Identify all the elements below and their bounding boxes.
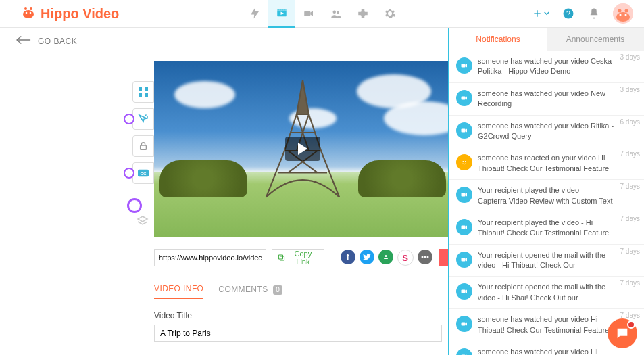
svg-point-39 [462, 161, 464, 162]
chat-fab[interactable] [608, 318, 637, 348]
hippo-icon [20, 5, 36, 23]
svg-rect-45 [462, 323, 466, 326]
notification-item[interactable]: someone has watched your video Ritika - … [449, 116, 644, 148]
notification-item[interactable]: Your recipient opened the mail with the … [449, 277, 644, 309]
video-icon [456, 283, 472, 300]
notification-time: 7 days [620, 183, 640, 190]
share-icons: f S [341, 250, 432, 266]
video-icon [456, 187, 472, 203]
svg-point-12 [332, 11, 336, 14]
svg-rect-35 [462, 64, 466, 68]
tab-video-info[interactable]: VIDEO INFO [154, 284, 203, 299]
reaction-icon [456, 154, 472, 170]
video-icon [456, 348, 472, 355]
svg-rect-23 [145, 87, 148, 91]
goback-label: GO BACK [38, 37, 77, 46]
video-icon [456, 122, 472, 139]
nav-integrations[interactable] [349, 0, 376, 27]
share-slack[interactable]: S [397, 250, 414, 266]
right-nav: ? [532, 3, 633, 24]
video-url-input[interactable] [154, 249, 266, 266]
tool-cc[interactable]: CC [132, 162, 154, 184]
notification-item[interactable]: Your recipient played the video - Hi Thi… [449, 212, 644, 245]
svg-rect-47 [619, 331, 625, 331]
nav-contacts[interactable] [322, 0, 349, 27]
video-title-input[interactable] [154, 325, 442, 342]
svg-rect-44 [462, 290, 466, 293]
avatar[interactable] [613, 3, 633, 24]
video-icon [456, 90, 472, 106]
play-button[interactable] [285, 137, 320, 161]
notification-text: someone has watched your video Hi Thibau… [478, 314, 614, 335]
tool-interact[interactable] [132, 108, 154, 130]
share-facebook[interactable]: f [341, 250, 355, 264]
svg-point-21 [625, 9, 628, 13]
svg-point-34 [426, 256, 428, 258]
notification-text: Your recipient opened the mail with the … [478, 282, 614, 303]
svg-point-38 [460, 159, 468, 167]
comments-count-badge: 0 [273, 285, 282, 295]
svg-text:?: ? [566, 9, 570, 18]
cloud-icon [174, 81, 235, 108]
svg-rect-48 [619, 333, 623, 333]
notification-time: 7 days [620, 150, 640, 158]
info-tabs: VIDEO INFO COMMENTS 0 [154, 284, 451, 299]
notif-tabs: Notifications Announcements [449, 28, 644, 51]
notification-time: 6 days [620, 118, 640, 126]
share-twitter[interactable] [360, 250, 374, 264]
notification-text: someone has watched your video Ritika - … [478, 121, 614, 142]
notification-item[interactable]: Your recipient opened the mail with the … [449, 245, 644, 277]
tool-lock[interactable] [132, 135, 154, 157]
trees-icon [358, 160, 446, 197]
notification-item[interactable]: someone has watched your video New Recor… [449, 83, 644, 116]
notification-text: Your recipient played the video - Hi Thi… [478, 218, 614, 239]
svg-rect-10 [284, 10, 285, 11]
svg-rect-11 [304, 11, 310, 16]
notification-item[interactable]: Your recipient played the video - Capter… [449, 180, 644, 212]
logo[interactable]: Hippo Video [20, 5, 119, 23]
tab-announcements[interactable]: Announcements [547, 28, 644, 51]
notification-item[interactable]: someone has watched your video Ceska Pol… [449, 51, 644, 83]
copy-link-button[interactable]: Copy Link [272, 249, 324, 266]
help-icon[interactable]: ? [562, 7, 575, 20]
share-classroom[interactable] [378, 250, 393, 264]
notification-time: 7 days [620, 279, 640, 287]
nav-videos[interactable] [268, 0, 295, 28]
notification-text: someone has watched your video Ceska Pol… [478, 56, 614, 77]
svg-rect-9 [282, 10, 283, 11]
tab-notifications[interactable]: Notifications [449, 28, 547, 51]
svg-point-18 [620, 14, 622, 16]
top-bar: Hippo Video ? [0, 0, 644, 28]
notification-item[interactable]: someone has reacted on your video Hi Thi… [449, 147, 644, 180]
notification-time: 3 days [620, 53, 640, 61]
nav-record[interactable] [295, 0, 322, 27]
svg-rect-25 [145, 93, 148, 97]
svg-point-2 [23, 10, 34, 18]
logo-text: Hippo Video [41, 6, 119, 22]
video-icon [456, 252, 472, 268]
notification-text: Your recipient opened the mail with the … [478, 250, 614, 271]
back-arrow-icon [16, 35, 31, 47]
nav-settings[interactable] [376, 0, 403, 27]
svg-point-13 [337, 11, 339, 14]
marker-dot-icon [124, 114, 134, 124]
new-menu[interactable] [532, 8, 549, 19]
svg-point-0 [24, 7, 27, 10]
notification-text: someone has watched your video New Recor… [478, 89, 614, 110]
tool-layers[interactable] [132, 211, 153, 231]
share-more[interactable] [418, 250, 432, 264]
nav-quickstart[interactable] [241, 0, 268, 27]
video-stage[interactable] [154, 61, 451, 237]
svg-rect-36 [462, 96, 466, 99]
tab-comments[interactable]: COMMENTS 0 [218, 285, 282, 299]
svg-point-40 [465, 161, 466, 162]
notification-text: someone has watched your video Hi Shai! … [478, 347, 614, 355]
notif-list[interactable]: someone has watched your video Ceska Pol… [449, 51, 644, 355]
svg-rect-7 [278, 10, 279, 11]
svg-point-20 [618, 9, 622, 13]
notification-time: 7 days [620, 247, 640, 255]
tool-grid[interactable] [132, 81, 154, 103]
bell-icon[interactable] [587, 7, 601, 20]
svg-text:CC: CC [141, 171, 147, 176]
trees-icon [159, 160, 247, 197]
